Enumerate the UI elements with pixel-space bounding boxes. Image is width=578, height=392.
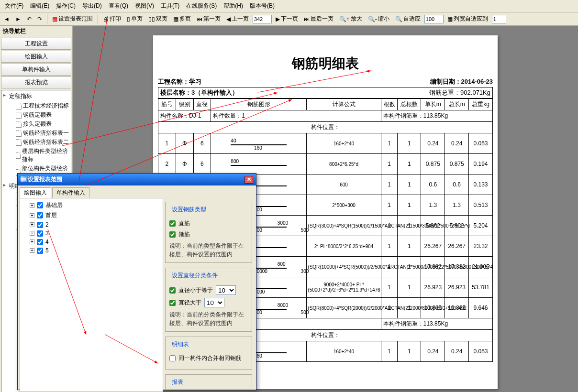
- dlg-tree-item[interactable]: +4: [22, 238, 161, 246]
- colfit-input[interactable]: [492, 15, 506, 23]
- tree-item[interactable]: 接头定额表: [2, 120, 70, 129]
- page-input[interactable]: [253, 15, 272, 23]
- dlg-tree-item[interactable]: +基础层: [22, 200, 161, 210]
- toolbar: ◄ ► ↶ ↷ ▦ 设置报表范围 🖨 打印 ▯ 单页 ▯▯ 双页 ▦ 多页 ⏮ …: [0, 12, 578, 26]
- dlg-tree-item[interactable]: +2: [22, 220, 161, 229]
- fs-rebar-type: 设置钢筋类型: [170, 206, 208, 214]
- col-header: 直径: [193, 99, 211, 110]
- nav-report-preview[interactable]: 报表预览: [1, 76, 71, 88]
- fit-button[interactable]: 🔍 自适应: [393, 14, 422, 24]
- sel-dia-le[interactable]: 10: [216, 285, 236, 295]
- tab-draw-input[interactable]: 绘图输入: [20, 187, 51, 198]
- prev-page-button[interactable]: ◀ 上一页: [224, 14, 251, 24]
- tree-item[interactable]: 钢筋定额表: [2, 110, 70, 120]
- col-header: 单长m: [421, 99, 445, 110]
- chk-dia-le[interactable]: [169, 287, 176, 294]
- fit-input[interactable]: [424, 15, 444, 23]
- set-range-button[interactable]: ▦ 设置报表范围: [50, 14, 95, 24]
- dlg-tree-check[interactable]: [37, 248, 43, 254]
- dlg-tree-check[interactable]: [37, 202, 43, 208]
- col-header: 级别: [176, 99, 193, 110]
- last-page-button[interactable]: ⏭ 最后一页: [302, 14, 335, 24]
- zoom-in-button[interactable]: 🔍+ 放大: [337, 14, 364, 24]
- menu-edit[interactable]: 编辑(E): [27, 1, 52, 11]
- chk-straight[interactable]: [169, 220, 176, 227]
- back-icon[interactable]: ◄: [2, 15, 11, 23]
- tab-single-input[interactable]: 单构件输入: [52, 187, 89, 198]
- zoom-out-button[interactable]: 🔍- 缩小: [366, 14, 391, 24]
- col-header: 筋号: [158, 99, 176, 110]
- section-name: 构件名称：DJ-1: [158, 110, 211, 122]
- fs-report: 报表: [170, 378, 185, 386]
- menu-file[interactable]: 文件(F): [2, 1, 26, 11]
- menu-op[interactable]: 操作(C): [53, 1, 78, 11]
- col-header: 总长m: [445, 99, 469, 110]
- tree-item[interactable]: 钢筋经济指标表一: [2, 129, 70, 138]
- undo-icon[interactable]: ↶: [25, 15, 33, 23]
- set-range-dialog: ▦ 设置报表范围 ✕ 绘图输入 单构件输入 +基础层+首层+2+3+4+5 设置…: [17, 173, 256, 390]
- tree-item[interactable]: 工程技术经济指标: [2, 101, 70, 110]
- menu-export[interactable]: 导出(D): [79, 1, 105, 11]
- tree-item[interactable]: 楼层构件类型经济指标: [2, 147, 70, 164]
- first-page-button[interactable]: ⏮ 第一页: [195, 14, 222, 24]
- nav-title: 快导航栏: [0, 26, 72, 37]
- next-page-button[interactable]: ▶ 下一页: [274, 14, 300, 24]
- nav-draw-input[interactable]: 绘图输入: [1, 51, 71, 63]
- col-header: 计算公式: [307, 99, 381, 110]
- dlg-tree-item[interactable]: +首层: [22, 210, 161, 220]
- dlg-tree-check[interactable]: [37, 212, 43, 218]
- report-title: 钢筋明细表: [158, 54, 493, 73]
- fs-diameter: 设置直径分类条件: [170, 272, 219, 280]
- dlg-tree-item[interactable]: +5: [22, 246, 161, 255]
- fs-detail: 明细表: [170, 340, 190, 348]
- menu-help[interactable]: 帮助(H): [221, 1, 246, 11]
- dlg-tree-item[interactable]: +3: [22, 229, 161, 238]
- double-page-button[interactable]: ▯▯ 双页: [146, 14, 169, 24]
- dlg-tree-check[interactable]: [37, 222, 43, 228]
- close-icon[interactable]: ✕: [245, 176, 253, 184]
- print-button[interactable]: 🖨 打印: [101, 14, 123, 24]
- fwd-icon[interactable]: ►: [13, 15, 23, 23]
- redo-icon[interactable]: ↷: [35, 15, 44, 23]
- chk-merge[interactable]: [169, 355, 176, 361]
- menu-view1[interactable]: 查看(Q): [106, 1, 131, 11]
- dlg-tree-check[interactable]: [37, 230, 43, 237]
- sel-dia-gt[interactable]: 10: [204, 298, 224, 307]
- col-header: 总根数: [398, 99, 421, 110]
- section-loc: 构件位置：: [158, 122, 493, 133]
- colfit-button[interactable]: ▦ 列宽自适应到: [445, 14, 490, 24]
- tree-group-quota[interactable]: 定额指标: [2, 91, 70, 101]
- menu-online[interactable]: 在线服务(S): [183, 1, 220, 11]
- menu-tools[interactable]: 工具(T): [158, 1, 182, 11]
- table-row: 1Φ640160160+2*40110.240.240.053: [158, 133, 493, 154]
- tree-item[interactable]: 钢筋经济指标表二: [2, 138, 70, 147]
- col-header: 根数: [381, 99, 398, 110]
- floor-name: 楼层名称：3（单构件输入）: [160, 88, 238, 97]
- multi-page-button[interactable]: ▦ 多页: [171, 14, 193, 24]
- table-row: 2Φ6800800+2*6.25*d110.8750.8750.194: [158, 154, 493, 174]
- chk-dia-gt[interactable]: [169, 300, 176, 306]
- single-page-button[interactable]: ▯ 单页: [125, 14, 144, 24]
- col-header: 总重kg: [469, 99, 493, 110]
- menu-version[interactable]: 版本号(B): [247, 1, 278, 11]
- dlg-tree-check[interactable]: [37, 239, 43, 245]
- nav-single-input[interactable]: 单构件输入: [1, 64, 71, 76]
- menu-view2[interactable]: 视图(V): [132, 1, 157, 11]
- dialog-titlebar[interactable]: ▦ 设置报表范围 ✕: [18, 174, 256, 185]
- nav-proj-settings[interactable]: 工程设置: [1, 38, 71, 50]
- dialog-tree: +基础层+首层+2+3+4+5: [20, 198, 163, 392]
- menubar: 文件(F) 编辑(E) 操作(C) 导出(D) 查看(Q) 视图(V) 工具(T…: [0, 0, 578, 12]
- chk-stirrup[interactable]: [169, 231, 176, 238]
- col-header: 钢筋图形: [211, 99, 307, 110]
